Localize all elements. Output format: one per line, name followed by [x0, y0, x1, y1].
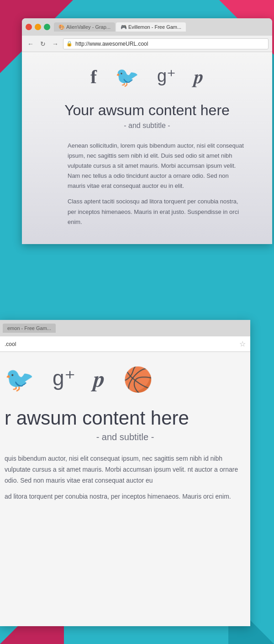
paragraph-1: Aenean sollicitudin, lorem quis bibendum…: [68, 141, 245, 191]
twitter-icon-2[interactable]: 🐦: [5, 366, 34, 394]
social-icons-row-2: 🐦 g⁺ 𝒑 🏀: [0, 366, 250, 394]
tab-label-1: AlienValley - Grap...: [66, 24, 111, 30]
tab-favicon-2: 🎮: [121, 24, 126, 30]
content-subtitle-2: - and subtitle -: [0, 432, 250, 442]
bookmark-icon[interactable]: ☆: [239, 340, 246, 348]
browser-titlebar-1: 🎨 AlienValley - Grap... 🎮 Evillemon - Fr…: [22, 18, 272, 36]
url-text-2[interactable]: .cool: [5, 341, 239, 347]
browser-window-1: 🎨 AlienValley - Grap... 🎮 Evillemon - Fr…: [22, 18, 272, 244]
tab-label-b2: emon - Free Gam...: [7, 325, 51, 331]
url-text: http://www.awesomeURL.cool: [75, 41, 148, 47]
pinterest-icon[interactable]: 𝒑: [194, 66, 204, 88]
address-bar-2: .cool ☆: [0, 336, 250, 352]
tab-2[interactable]: 🎮 Evillemon - Free Gam...: [116, 22, 186, 32]
tab-favicon-1: 🎨: [58, 24, 64, 30]
tab-b2[interactable]: emon - Free Gam...: [3, 324, 56, 333]
url-field[interactable]: 🔒 http://www.awesomeURL.cool: [63, 38, 269, 49]
browser-content-2: 🐦 g⁺ 𝒑 🏀 r awsum content here - and subt…: [0, 352, 250, 626]
browser-content-1: f 🐦 g⁺ 𝒑 Your awsum content here - and s…: [22, 52, 272, 244]
tab-1[interactable]: 🎨 AlienValley - Grap...: [54, 22, 115, 32]
browser-window-2: emon - Free Gam... .cool ☆ 🐦 g⁺ 𝒑 🏀 r aw…: [0, 320, 250, 626]
content-title-2: r awsum content here: [0, 407, 250, 429]
dribbble-icon-2[interactable]: 🏀: [123, 366, 153, 394]
tab-bar: 🎨 AlienValley - Grap... 🎮 Evillemon - Fr…: [54, 22, 269, 32]
content-body-2: quis bibendum auctor, nisi elit consequa…: [0, 453, 250, 502]
googleplus-icon[interactable]: g⁺: [157, 66, 176, 88]
refresh-button[interactable]: ↻: [38, 39, 47, 48]
twitter-icon[interactable]: 🐦: [115, 66, 139, 88]
paragraph-b2: ad litora torquent per conubia nostra, p…: [5, 491, 246, 502]
address-bar-1: ← ↻ → 🔒 http://www.awesomeURL.cool: [22, 36, 272, 52]
forward-button[interactable]: →: [50, 39, 60, 48]
browser-titlebar-2: emon - Free Gam...: [0, 320, 250, 336]
social-icons-row-1: f 🐦 g⁺ 𝒑: [22, 66, 272, 88]
close-button[interactable]: [26, 24, 32, 30]
back-button[interactable]: ←: [26, 39, 36, 48]
facebook-icon[interactable]: f: [90, 66, 97, 88]
maximize-button[interactable]: [44, 24, 50, 30]
content-body-1: Aenean sollicitudin, lorem quis bibendum…: [22, 141, 272, 227]
window-controls: [26, 24, 50, 30]
content-title-1: Your awsum content here: [22, 102, 272, 119]
tab-label-2: Evillemon - Free Gam...: [128, 24, 181, 30]
content-subtitle-1: - and subtitle -: [22, 122, 272, 130]
lock-icon: 🔒: [66, 41, 73, 47]
googleplus-icon-2[interactable]: g⁺: [53, 366, 75, 394]
paragraph-2: Class aptent taciti sociosqu ad litora t…: [68, 197, 245, 227]
paragraph-b1: quis bibendum auctor, nisi elit consequa…: [5, 453, 246, 486]
minimize-button[interactable]: [35, 24, 41, 30]
pinterest-icon-2[interactable]: 𝒑: [94, 366, 105, 394]
